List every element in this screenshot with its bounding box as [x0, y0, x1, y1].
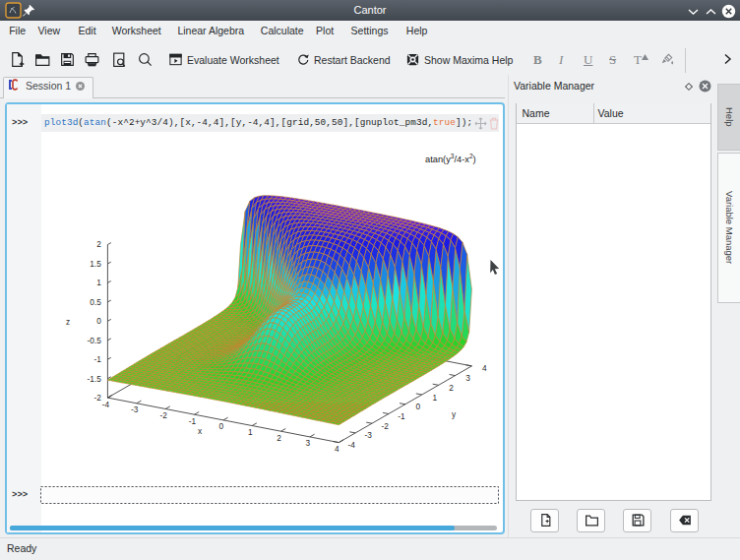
svg-text:-2: -2	[381, 421, 389, 431]
svg-text:3: 3	[465, 373, 470, 383]
svg-text:-2: -2	[94, 393, 102, 403]
svg-text:-1: -1	[94, 354, 102, 364]
svg-text:-2: -2	[159, 410, 167, 420]
svg-text:0.5: 0.5	[90, 297, 101, 307]
svg-text:-4: -4	[102, 400, 110, 409]
svg-text:3: 3	[306, 438, 311, 448]
svg-text:1: 1	[248, 427, 253, 437]
svg-text:2: 2	[449, 383, 454, 393]
svg-text:-1: -1	[398, 411, 405, 421]
svg-text:-0.5: -0.5	[88, 336, 102, 345]
svg-text:4: 4	[482, 363, 487, 373]
svg-text:0: 0	[219, 421, 224, 431]
svg-text:0: 0	[96, 316, 101, 326]
svg-text:-1: -1	[189, 416, 197, 426]
svg-text:0: 0	[416, 402, 421, 411]
svg-text:-4: -4	[348, 440, 356, 450]
svg-text:2: 2	[277, 433, 281, 443]
svg-text:1: 1	[432, 393, 437, 403]
svg-text:-3: -3	[365, 430, 373, 440]
svg-text:2: 2	[96, 239, 101, 249]
svg-text:z: z	[66, 317, 70, 327]
svg-text:-3: -3	[131, 404, 139, 414]
svg-text:1.5: 1.5	[90, 259, 101, 269]
svg-text:1: 1	[96, 278, 101, 287]
svg-text:-1.5: -1.5	[88, 374, 102, 384]
svg-text:x: x	[198, 426, 203, 436]
svg-text:4: 4	[335, 444, 339, 454]
svg-text:y: y	[452, 409, 457, 419]
